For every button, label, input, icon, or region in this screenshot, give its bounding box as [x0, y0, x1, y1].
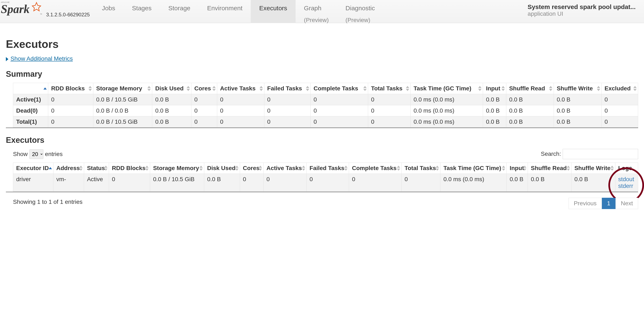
summary-row-label: Dead(0) [13, 105, 48, 116]
executors-col-header[interactable]: Cores [240, 163, 263, 174]
executors-row: drivervm-Active00.0 B / 10.5 GiB0.0 B000… [13, 174, 638, 192]
summary-col-header[interactable]: Excluded [602, 83, 638, 94]
search-input[interactable] [563, 149, 638, 159]
executors-col-header[interactable]: Logs [615, 163, 638, 174]
nav-tab-preview: (Preview) [346, 17, 370, 24]
nav-tab-environment[interactable]: Environment [199, 0, 251, 23]
pagination: Previous 1 Next [568, 198, 638, 209]
summary-cell: 0 [310, 105, 368, 116]
nav-tab-diagnostic[interactable]: Diagnostic (Preview) [337, 0, 383, 23]
executors-cell: 0 [109, 174, 150, 192]
summary-cell: 0 [264, 105, 310, 116]
application-subtitle: application UI [528, 10, 636, 17]
summary-col-header[interactable]: Active Tasks [217, 83, 264, 94]
executors-col-header[interactable]: Address [53, 163, 84, 174]
sort-icon [302, 166, 305, 171]
page-1-button[interactable]: 1 [602, 198, 616, 209]
summary-col-header[interactable]: Cores [191, 83, 217, 94]
summary-col-header[interactable] [13, 83, 48, 94]
executors-col-header[interactable]: Active Tasks [263, 163, 306, 174]
summary-row: Dead(0)00.0 B / 0.0 B0.0 B000000.0 ms (0… [13, 105, 638, 116]
executors-col-header[interactable]: Input [507, 163, 528, 174]
executors-col-header[interactable]: Disk Used [204, 163, 240, 174]
nav-tab-label: Storage [168, 4, 190, 12]
executors-col-header[interactable]: Task Time (GC Time) [440, 163, 507, 174]
length-select[interactable]: 20 [29, 149, 44, 159]
executors-col-header[interactable]: Shuffle Read [528, 163, 572, 174]
executors-col-header[interactable]: Shuffle Write [571, 163, 615, 174]
sort-icon [104, 166, 108, 171]
summary-col-header[interactable]: RDD Blocks [48, 83, 93, 94]
summary-cell: 0 [602, 94, 638, 105]
executors-heading: Executors [6, 136, 638, 145]
summary-cell: 0 [368, 116, 410, 128]
executors-col-header[interactable]: Status [84, 163, 109, 174]
nav-tab-jobs[interactable]: Jobs [94, 0, 124, 23]
summary-cell: 0.0 B [483, 105, 506, 116]
summary-cell: 0.0 B [506, 116, 554, 128]
summary-col-header[interactable]: Failed Tasks [264, 83, 310, 94]
stdout-link[interactable]: stdout [618, 176, 635, 183]
sort-icon [478, 86, 482, 91]
summary-col-header[interactable]: Shuffle Read [506, 83, 554, 94]
summary-cell: 0 [368, 105, 410, 116]
executors-cell: driver [13, 174, 54, 192]
executors-cell: 0.0 B [507, 174, 528, 192]
summary-cell: 0 [602, 116, 638, 128]
sort-icon [145, 166, 149, 171]
executors-col-header[interactable]: Executor ID [13, 163, 54, 174]
summary-col-header[interactable]: Storage Memory [93, 83, 152, 94]
sort-icon [49, 167, 52, 169]
summary-col-header[interactable]: Input [483, 83, 506, 94]
nav-tab-executors[interactable]: Executors [251, 0, 296, 23]
next-button[interactable]: Next [616, 198, 638, 209]
executors-col-header[interactable]: Storage Memory [150, 163, 204, 174]
stderr-link[interactable]: stderr [618, 183, 635, 189]
sort-icon [502, 86, 505, 91]
summary-col-header[interactable]: Disk Used [152, 83, 191, 94]
executors-col-header[interactable]: RDD Blocks [109, 163, 150, 174]
sort-icon [406, 86, 409, 91]
nav-tab-graph[interactable]: Graph (Preview) [296, 0, 337, 23]
summary-cell: 0 [217, 105, 264, 116]
summary-cell: 0 [368, 94, 410, 105]
nav-tab-storage[interactable]: Storage [160, 0, 199, 23]
summary-cell: 0.0 B [506, 105, 554, 116]
summary-cell: 0.0 B [554, 116, 602, 128]
summary-cell: 0 [48, 105, 93, 116]
summary-col-header[interactable]: Total Tasks [368, 83, 410, 94]
show-additional-metrics-toggle[interactable]: Show Additional Metrics [6, 55, 638, 62]
summary-col-header[interactable]: Shuffle Write [554, 83, 602, 94]
nav-tab-label: Diagnostic [346, 4, 375, 12]
summary-cell: 0 [191, 94, 217, 105]
executors-cell: 0.0 ms (0.0 ms) [440, 174, 507, 192]
search-label: Search: [541, 150, 561, 157]
toggle-label: Show Additional Metrics [10, 55, 73, 62]
page-body: Executors Show Additional Metrics Summar… [0, 23, 644, 214]
search-control: Search: [541, 149, 638, 159]
executors-cell: 0.0 B [528, 174, 572, 192]
summary-cell: 0.0 B [554, 105, 602, 116]
logs-cell: stdoutstderr [615, 174, 638, 192]
sort-icon [610, 166, 614, 171]
executors-cell: 0 [402, 174, 440, 192]
executors-col-header[interactable]: Complete Tasks [349, 163, 402, 174]
executors-col-header[interactable]: Failed Tasks [306, 163, 349, 174]
summary-col-header[interactable]: Complete Tasks [310, 83, 368, 94]
length-control: Show 20 entries [13, 149, 63, 159]
summary-col-header[interactable]: Task Time (GC Time) [410, 83, 483, 94]
executors-col-header[interactable]: Total Tasks [402, 163, 440, 174]
sort-icon [79, 166, 82, 171]
length-suffix: entries [45, 151, 63, 157]
summary-cell: 0.0 B [483, 116, 506, 128]
summary-cell: 0 [310, 94, 368, 105]
summary-cell: 0.0 ms (0.0 ms) [410, 105, 483, 116]
previous-button[interactable]: Previous [568, 198, 602, 209]
sort-icon [344, 166, 348, 171]
executors-cell: 0 [240, 174, 263, 192]
svg-text:Spark: Spark [1, 2, 30, 16]
executors-table: Executor IDAddressStatusRDD BlocksStorag… [13, 162, 638, 192]
table-info: Showing 1 to 1 of 1 entries [13, 198, 638, 205]
nav-tab-stages[interactable]: Stages [124, 0, 160, 23]
summary-heading: Summary [6, 70, 638, 79]
